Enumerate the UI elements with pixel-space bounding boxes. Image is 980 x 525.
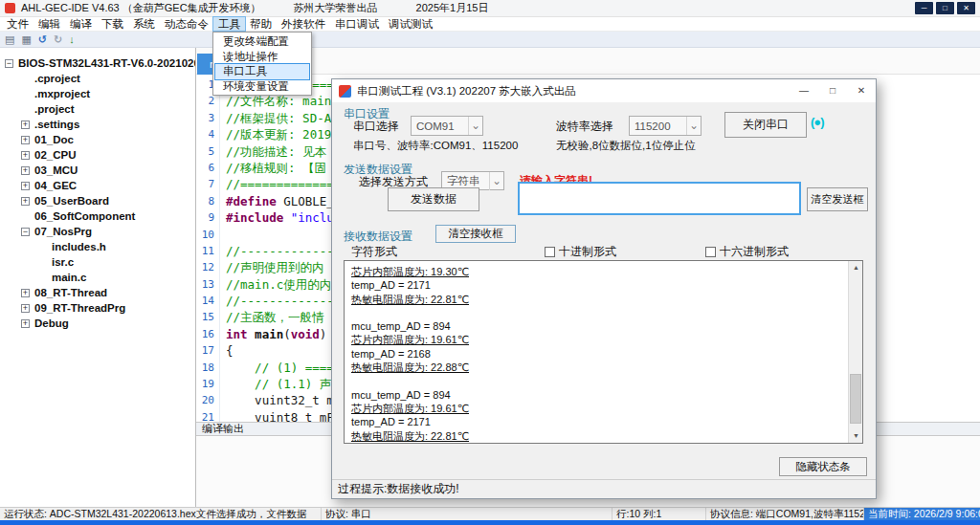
- option-label: 十六进制形式: [720, 244, 789, 260]
- port-select[interactable]: COM91 ⌄: [411, 116, 483, 136]
- menu-item-调试测试[interactable]: 调试测试: [384, 17, 437, 31]
- menu-item-编译[interactable]: 编译: [65, 17, 97, 31]
- receive-line: temp_AD = 2171: [351, 415, 843, 428]
- line-number: 21: [196, 409, 220, 422]
- tree-label: 02_CPU: [34, 149, 76, 161]
- clear-send-button[interactable]: 清空发送框: [807, 187, 868, 211]
- line-content: //版本更新: 2019: [220, 126, 331, 142]
- status-segment-2: 行:10 列:1: [612, 508, 706, 520]
- status-segment-1: 协议: 串口: [322, 508, 612, 520]
- tree-label: .project: [34, 103, 75, 115]
- save-icon[interactable]: ▦: [21, 33, 31, 45]
- menu-item-下载[interactable]: 下载: [97, 17, 128, 31]
- expand-icon[interactable]: +: [21, 151, 30, 160]
- expand-icon[interactable]: +: [21, 197, 30, 206]
- tools-menu-item-环境变量设置[interactable]: 环境变量设置: [215, 79, 309, 95]
- tree-item-includes.h[interactable]: includes.h: [0, 239, 195, 254]
- minimize-button[interactable]: ─: [915, 2, 933, 14]
- tree-item-05_UserBoard[interactable]: +05_UserBoard: [0, 193, 195, 208]
- tree-item-BIOS-STM32L431-RT-V6.0-20210203[interactable]: −BIOS-STM32L431-RT-V6.0-20210203: [0, 55, 195, 71]
- tree-item-.project[interactable]: .project: [0, 101, 195, 117]
- menu-item-串口调试[interactable]: 串口调试: [330, 17, 384, 31]
- tools-menu-item-更改终端配置[interactable]: 更改终端配置: [215, 34, 309, 50]
- dialog-title: 串口测试工程 (V3.1) 202207 苏大嵌入式出品: [357, 84, 576, 98]
- menu-item-编辑[interactable]: 编辑: [33, 17, 65, 31]
- tree-item-.mxproject[interactable]: .mxproject: [0, 86, 195, 101]
- baud-select[interactable]: 115200 ⌄: [629, 116, 702, 136]
- tree-item-09_RT-ThreadPrg[interactable]: +09_RT-ThreadPrg: [0, 300, 195, 316]
- tree-item-01_Doc[interactable]: +01_Doc: [0, 132, 195, 147]
- line-content: //移植规则: 【固: [220, 160, 326, 176]
- expand-icon[interactable]: +: [21, 289, 30, 297]
- expand-icon[interactable]: +: [21, 136, 30, 144]
- clear-receive-button[interactable]: 清空接收框: [435, 225, 516, 243]
- dialog-maximize-button[interactable]: □: [818, 79, 847, 102]
- tree-item-07_NosPrg[interactable]: −07_NosPrg: [0, 224, 195, 239]
- line-number: 10: [196, 227, 220, 243]
- tree-item-04_GEC[interactable]: +04_GEC: [0, 178, 195, 193]
- redo-icon[interactable]: ↻: [54, 33, 62, 45]
- line-number: 12: [196, 259, 220, 275]
- maximize-button[interactable]: □: [936, 2, 954, 14]
- tree-item-.settings[interactable]: +.settings: [0, 117, 195, 132]
- open-file-icon[interactable]: ▤: [5, 33, 14, 45]
- baud-select-label: 波特率选择: [556, 119, 613, 135]
- scroll-up-icon[interactable]: ▲: [849, 261, 863, 274]
- receive-scrollbar[interactable]: ▲ ▼: [848, 261, 862, 443]
- tree-label: 06_SoftComponent: [34, 210, 135, 222]
- tree-item-.cproject[interactable]: .cproject: [0, 71, 195, 86]
- window-date: 2025年1月15日: [416, 1, 489, 15]
- checkbox-十六进制形式[interactable]: [705, 247, 716, 257]
- expand-icon[interactable]: +: [21, 120, 30, 129]
- line-number: 6: [196, 160, 220, 176]
- line-number: 8: [196, 193, 220, 209]
- close-serial-button[interactable]: 关闭串口: [724, 112, 807, 138]
- expand-icon[interactable]: +: [21, 182, 30, 190]
- receive-line: 芯片内部温度为: 19.61℃: [351, 333, 843, 346]
- serial-signal-icon: (●): [811, 115, 824, 129]
- menu-item-工具[interactable]: 工具: [213, 17, 245, 31]
- menu-item-动态命令[interactable]: 动态命令: [160, 17, 213, 31]
- scroll-thumb[interactable]: [850, 374, 861, 424]
- expand-icon[interactable]: +: [21, 166, 30, 175]
- line-content: //框架提供: SD-Arm: [220, 110, 345, 126]
- receive-option-十六进制形式[interactable]: 十六进制形式: [705, 244, 789, 259]
- dialog-close-button[interactable]: ✕: [847, 79, 876, 102]
- scroll-down-icon[interactable]: ▼: [849, 429, 863, 443]
- receive-settings-heading: 接收数据设置: [344, 229, 412, 245]
- line-number: 16: [196, 326, 220, 342]
- tools-menu-item-串口工具[interactable]: 串口工具: [215, 64, 309, 79]
- receive-option-十进制形式[interactable]: 十进制形式: [545, 244, 616, 259]
- tools-menu-item-读地址操作[interactable]: 读地址操作: [215, 50, 309, 65]
- tree-label: 08_RT-Thread: [34, 287, 107, 298]
- hide-statusbar-button[interactable]: 隐藏状态条: [779, 457, 867, 476]
- collapse-icon[interactable]: −: [5, 59, 13, 68]
- collapse-icon[interactable]: −: [21, 228, 30, 236]
- checkbox-十进制形式[interactable]: [545, 247, 555, 257]
- menu-item-帮助[interactable]: 帮助: [245, 17, 277, 31]
- line-number: 14: [196, 293, 220, 309]
- menu-item-外接软件[interactable]: 外接软件: [277, 17, 330, 31]
- send-input[interactable]: [518, 182, 801, 215]
- close-button[interactable]: ✕: [957, 2, 975, 14]
- option-label: 字符形式: [351, 244, 397, 260]
- dialog-minimize-button[interactable]: —: [790, 79, 818, 102]
- download-icon[interactable]: ↓: [69, 33, 75, 45]
- receive-box[interactable]: 芯片内部温度为: 19.30℃temp_AD = 2171热敏电阻温度为: 22…: [344, 260, 863, 444]
- undo-icon[interactable]: ↺: [38, 33, 47, 45]
- tree-item-08_RT-Thread[interactable]: +08_RT-Thread: [0, 285, 195, 300]
- expand-icon[interactable]: +: [21, 304, 30, 313]
- tree-item-Debug[interactable]: +Debug: [0, 316, 195, 331]
- tree-item-06_SoftComponent[interactable]: 06_SoftComponent: [0, 208, 195, 224]
- menu-item-文件[interactable]: 文件: [2, 17, 33, 31]
- line-content: vuint32_t mM: [220, 392, 341, 408]
- menu-item-系统[interactable]: 系统: [128, 17, 160, 31]
- expand-icon[interactable]: +: [21, 319, 30, 328]
- send-data-button[interactable]: 发送数据: [388, 187, 479, 211]
- tree-item-03_MCU[interactable]: +03_MCU: [0, 163, 195, 178]
- tree-item-isr.c[interactable]: isr.c: [0, 254, 195, 270]
- tree-item-main.c[interactable]: main.c: [0, 270, 195, 285]
- receive-option-字符形式[interactable]: 字符形式: [351, 244, 397, 259]
- line-content: //main.c使用的内: [220, 276, 331, 293]
- tree-item-02_CPU[interactable]: +02_CPU: [0, 147, 195, 163]
